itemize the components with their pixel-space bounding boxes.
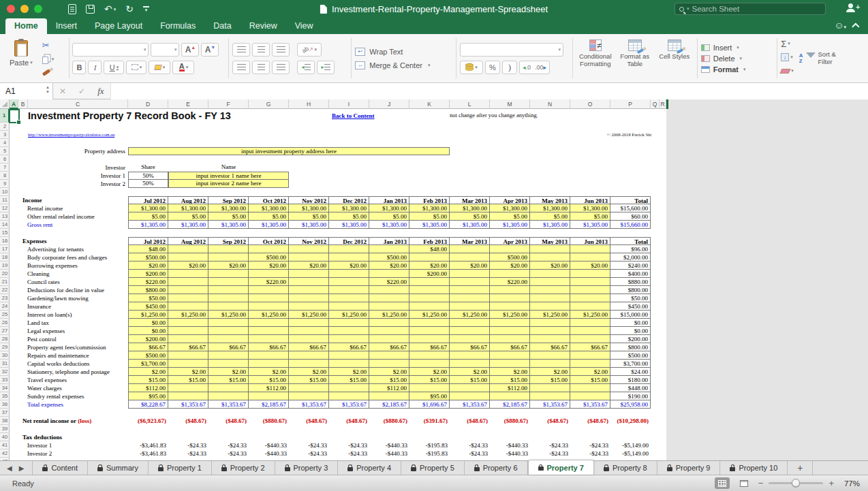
row-label[interactable]: Water charges — [18, 384, 128, 392]
value-cell[interactable] — [249, 335, 289, 343]
value-cell[interactable] — [289, 360, 329, 368]
sheet-tab-property-6[interactable]: Property 6 — [465, 461, 528, 475]
row-header-19[interactable]: 19 — [0, 262, 10, 270]
month-header[interactable]: Sep 2012 — [208, 237, 249, 245]
row-header-22[interactable]: 22 — [0, 286, 10, 294]
value-cell[interactable] — [249, 392, 289, 400]
value-cell[interactable] — [329, 253, 369, 262]
value-cell[interactable] — [450, 253, 490, 262]
value-cell[interactable] — [450, 278, 490, 286]
total-cell[interactable]: $3,700.00 — [610, 360, 651, 368]
value-cell[interactable] — [289, 351, 329, 360]
net-value-cell[interactable]: ($880.67) — [369, 417, 409, 425]
value-cell[interactable]: $1,250.00 — [128, 311, 168, 319]
value-cell[interactable] — [409, 286, 450, 294]
total-cell[interactable]: $15,000.00 — [610, 311, 651, 319]
month-header[interactable]: Feb 2013 — [409, 237, 450, 245]
value-cell[interactable]: $500.00 — [369, 253, 409, 262]
italic-button[interactable]: I — [88, 61, 102, 74]
tax-value-cell[interactable]: -$440.33 — [369, 441, 409, 449]
tax-value-cell[interactable]: -$24.33 — [570, 449, 610, 458]
value-cell[interactable] — [168, 384, 208, 392]
tax-value-cell[interactable]: -$440.33 — [249, 441, 289, 449]
value-cell[interactable] — [450, 392, 490, 400]
investor-name-input[interactable]: input investor 1 name here — [168, 172, 289, 180]
value-cell[interactable]: $15.00 — [249, 376, 289, 384]
value-cell[interactable] — [208, 253, 249, 262]
value-cell[interactable]: $20.00 — [450, 262, 490, 270]
value-cell[interactable]: $15.00 — [409, 376, 450, 384]
value-cell[interactable]: $1,250.00 — [450, 311, 490, 319]
value-cell[interactable]: $66.67 — [409, 343, 450, 351]
value-cell[interactable] — [168, 253, 208, 262]
value-cell[interactable] — [329, 392, 369, 400]
number-format-dropdown[interactable]: ▾ — [460, 43, 563, 57]
value-cell[interactable] — [168, 360, 208, 368]
value-cell[interactable]: $5.00 — [168, 212, 208, 221]
value-cell[interactable]: $20.00 — [208, 262, 249, 270]
value-cell[interactable]: $5.00 — [329, 212, 369, 221]
row-header-27[interactable]: 27 — [0, 327, 10, 335]
value-cell[interactable]: $500.00 — [249, 253, 289, 262]
row-label[interactable]: Borrowing expenses — [18, 262, 128, 270]
value-cell[interactable]: $112.00 — [249, 384, 289, 392]
align-left-button[interactable] — [232, 61, 250, 74]
value-cell[interactable]: $1,305.00 — [168, 221, 208, 229]
value-cell[interactable] — [289, 319, 329, 327]
total-cell[interactable]: $200.00 — [610, 335, 651, 343]
increase-indent-button[interactable]: ▸ — [317, 61, 335, 74]
month-header[interactable]: Jun 2013 — [570, 237, 610, 245]
sort-filter-button[interactable]: AZ Sort &Filter — [799, 37, 836, 80]
value-cell[interactable]: $66.67 — [490, 343, 530, 351]
value-cell[interactable]: $5.00 — [530, 212, 570, 221]
close-window-button[interactable] — [7, 5, 15, 13]
row-header-9[interactable]: 9 — [0, 180, 10, 188]
value-cell[interactable] — [208, 286, 249, 294]
value-cell[interactable] — [490, 327, 530, 335]
value-cell[interactable] — [490, 335, 530, 343]
net-value-cell[interactable]: ($48.67) — [168, 417, 208, 425]
total-cell[interactable]: $15,660.00 — [610, 221, 651, 229]
row-header-31[interactable]: 31 — [0, 360, 10, 368]
tax-value-cell[interactable]: -$24.33 — [329, 441, 369, 449]
value-cell[interactable] — [409, 319, 450, 327]
sheet-tab-content[interactable]: Content — [33, 461, 88, 475]
tax-value-cell[interactable]: -$195.83 — [409, 441, 450, 449]
fill-color-button[interactable]: ▾ — [149, 61, 170, 74]
value-cell[interactable] — [208, 278, 249, 286]
total-cell[interactable]: $450.00 — [610, 302, 651, 311]
value-cell[interactable] — [570, 245, 610, 253]
format-cells-button[interactable]: Format▾ — [701, 65, 774, 74]
value-cell[interactable]: $15.00 — [530, 376, 570, 384]
row-header-40[interactable]: 40 — [0, 433, 10, 441]
value-cell[interactable]: $1,250.00 — [329, 311, 369, 319]
value-cell[interactable]: $66.67 — [369, 343, 409, 351]
cell-styles-button[interactable]: Cell Styles — [655, 39, 694, 61]
sheet-tab-property-1[interactable]: Property 1 — [149, 461, 212, 475]
value-cell[interactable]: $20.00 — [168, 262, 208, 270]
value-cell[interactable]: $66.67 — [450, 343, 490, 351]
value-cell[interactable] — [450, 245, 490, 253]
value-cell[interactable] — [208, 319, 249, 327]
value-cell[interactable]: $66.67 — [128, 343, 168, 351]
month-header[interactable]: Mar 2013 — [450, 237, 490, 245]
next-sheet-button[interactable]: ▶ — [19, 464, 25, 472]
value-cell[interactable]: $2.00 — [289, 368, 329, 376]
value-cell[interactable]: $1,300.00 — [289, 204, 329, 212]
value-cell[interactable]: $1,300.00 — [490, 204, 530, 212]
value-cell[interactable]: $1,250.00 — [530, 311, 570, 319]
value-cell[interactable] — [208, 302, 249, 311]
value-cell[interactable] — [450, 335, 490, 343]
align-top-button[interactable] — [232, 43, 250, 57]
column-header-J[interactable]: J — [369, 99, 409, 109]
row-header-14[interactable]: 14 — [0, 221, 10, 229]
column-header-Q[interactable]: Q — [651, 99, 660, 109]
value-cell[interactable]: $1,353.67 — [530, 400, 570, 409]
net-value-cell[interactable]: ($391.67) — [409, 417, 450, 425]
website-link[interactable]: http://www.investmentpropertycalculator.… — [28, 131, 164, 139]
value-cell[interactable]: $20.00 — [409, 262, 450, 270]
tax-value-cell[interactable]: -$440.33 — [490, 441, 530, 449]
value-cell[interactable]: $2,185.67 — [369, 400, 409, 409]
month-header[interactable]: Jun 2013 — [570, 196, 610, 204]
row-header-21[interactable]: 21 — [0, 278, 10, 286]
